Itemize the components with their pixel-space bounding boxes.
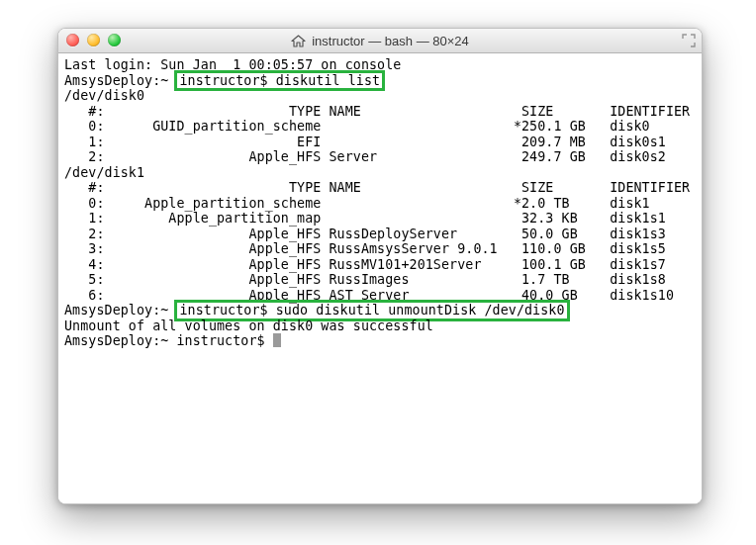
output-line: 2: Apple_HFS Server 249.7 GB disk0s2 — [64, 149, 696, 165]
output-line: 0: Apple_partition_scheme *2.0 TB disk1 — [64, 196, 696, 212]
highlighted-command-1: instructor$ diskutil list — [174, 70, 385, 92]
titlebar[interactable]: instructor — bash — 80×24 — [58, 29, 702, 53]
output-line: 3: Apple_HFS RussAmsysServer 9.0.1 110.0… — [64, 241, 696, 257]
window-title-text: instructor — bash — 80×24 — [312, 34, 469, 48]
output-line: Unmount of all volumes on disk0 was succ… — [64, 318, 696, 334]
output-line: 1: Apple_partition_map 32.3 KB disk1s1 — [64, 211, 696, 227]
output-line: #: TYPE NAME SIZE IDENTIFIER — [64, 104, 696, 120]
output-line: 1: EFI 209.7 MB disk0s1 — [64, 135, 696, 150]
output-line: 5: Apple_HFS RussImages 1.7 TB disk1s8 — [64, 272, 696, 288]
fullscreen-icon[interactable] — [682, 34, 696, 50]
output-line: #: TYPE NAME SIZE IDENTIFIER — [64, 180, 696, 196]
output-line: 4: Apple_HFS RussMV101+201Server 100.1 G… — [64, 257, 696, 273]
prompt: AmsysDeploy:~ instructor$ — [64, 333, 273, 348]
window-controls — [66, 34, 121, 46]
output-line: /dev/disk1 — [64, 165, 696, 181]
minimize-icon[interactable] — [87, 34, 100, 46]
home-icon — [291, 35, 306, 47]
terminal-content[interactable]: Last login: Sun Jan 1 00:05:57 on consol… — [58, 53, 702, 503]
prompt: AmsysDeploy:~ — [64, 303, 176, 318]
window-title: instructor — bash — 80×24 — [291, 34, 469, 48]
cursor-icon — [273, 333, 281, 347]
zoom-icon[interactable] — [108, 34, 121, 46]
prompt: AmsysDeploy:~ — [64, 73, 176, 88]
close-icon[interactable] — [66, 34, 79, 46]
terminal-window: instructor — bash — 80×24 Last login: Su… — [57, 28, 703, 504]
output-line: 2: Apple_HFS RussDeployServer 50.0 GB di… — [64, 227, 696, 242]
output-line: 0: GUID_partition_scheme *250.1 GB disk0 — [64, 119, 696, 135]
